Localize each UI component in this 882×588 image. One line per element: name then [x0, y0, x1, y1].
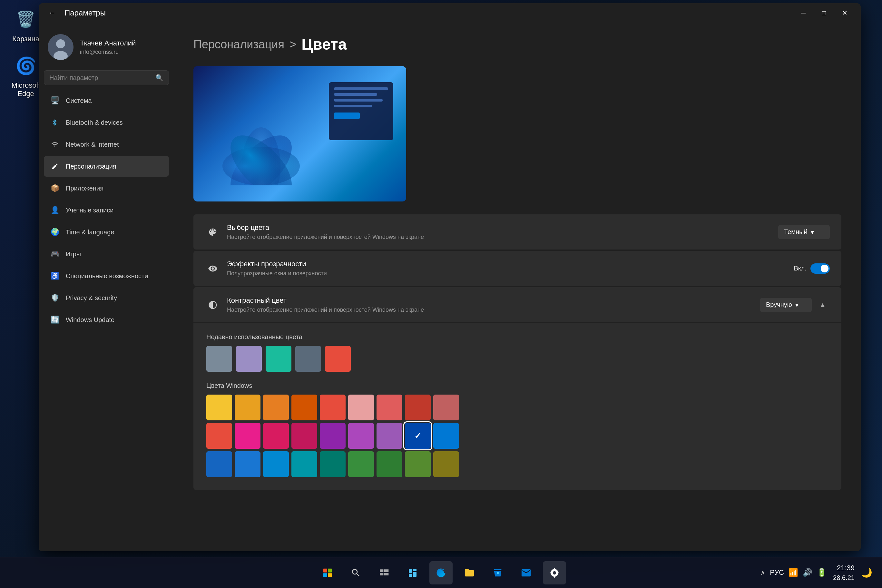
recent-swatch-1[interactable]: [236, 346, 262, 372]
color-cell-red[interactable]: [405, 394, 430, 420]
apps-icon: 📦: [50, 183, 60, 194]
page-header-separator: >: [290, 38, 296, 51]
recent-colors-label: Недавно использованные цвета: [206, 333, 828, 341]
window-controls: ─ □ ✕: [794, 6, 854, 20]
preview-line-2: [334, 93, 377, 96]
taskbar-clock[interactable]: 21:39 28.6.21: [833, 563, 855, 582]
contrast-expand-button[interactable]: ▲: [816, 298, 830, 312]
color-cell-darkred[interactable]: [433, 394, 459, 420]
transparency-control: Вкл.: [794, 263, 830, 274]
close-button[interactable]: ✕: [835, 6, 854, 20]
sidebar-item-system[interactable]: 🖥️ Система: [44, 90, 169, 111]
color-cell-darkgreen[interactable]: [376, 452, 402, 477]
taskbar-taskview-button[interactable]: [373, 561, 396, 585]
color-cell-teal[interactable]: [291, 452, 317, 477]
transparency-toggle[interactable]: [810, 263, 830, 274]
search-input[interactable]: [50, 74, 152, 81]
minimize-button[interactable]: ─: [794, 6, 813, 20]
taskbar-widgets-button[interactable]: [401, 561, 424, 585]
color-cell-yellow[interactable]: [206, 394, 232, 420]
recent-swatch-0[interactable]: [206, 346, 232, 372]
battery-icon[interactable]: 🔋: [817, 568, 826, 577]
color-cell-orchid[interactable]: [376, 423, 402, 449]
recycle-bin-label: Корзина: [12, 35, 39, 43]
color-cell-olive[interactable]: [433, 452, 459, 477]
color-cell-hotpink[interactable]: [235, 423, 261, 449]
color-cell-seafoam[interactable]: [320, 452, 346, 477]
color-cell-crimson[interactable]: [206, 423, 232, 449]
color-cell-blue[interactable]: [433, 423, 459, 449]
color-cell-berry[interactable]: [291, 423, 317, 449]
color-choice-title: Выбор цвета: [227, 224, 772, 232]
preview-wallpaper: [194, 66, 406, 201]
sidebar-item-gaming[interactable]: 🎮 Игры: [44, 244, 169, 264]
sidebar-item-gaming-label: Игры: [66, 250, 81, 258]
contrast-row: Контрастный цвет Настройте отображение п…: [194, 287, 842, 322]
search-box[interactable]: 🔍: [44, 70, 169, 85]
color-choice-dropdown[interactable]: Темный ▾: [778, 225, 830, 239]
edge-desktop-icon: 🌀: [13, 53, 39, 79]
personalization-icon: [50, 161, 60, 171]
notifications-icon[interactable]: 🌙: [861, 567, 872, 578]
systray-language[interactable]: РУС: [770, 568, 784, 577]
taskbar-start-button[interactable]: [316, 561, 339, 585]
color-cell-brick[interactable]: [320, 394, 346, 420]
maximize-button[interactable]: □: [814, 6, 834, 20]
svg-rect-15: [409, 569, 412, 573]
back-button[interactable]: ←: [45, 6, 59, 20]
color-cell-sky[interactable]: [263, 452, 289, 477]
color-cell-green[interactable]: [348, 452, 374, 477]
taskbar-explorer-button[interactable]: [458, 561, 481, 585]
recent-swatch-4[interactable]: [325, 346, 351, 372]
color-cell-purple[interactable]: [320, 423, 346, 449]
contrast-value: Вручную: [766, 301, 792, 309]
svg-rect-11: [323, 568, 327, 572]
sidebar-item-accessibility[interactable]: ♿ Специальные возможности: [44, 266, 169, 286]
color-cell-royalblue[interactable]: [206, 452, 232, 477]
recent-swatch-3[interactable]: [295, 346, 321, 372]
sidebar-item-windows-update[interactable]: 🔄 Windows Update: [44, 309, 169, 330]
system-icon: 🖥️: [50, 95, 60, 106]
svg-rect-14: [328, 573, 332, 577]
sidebar-item-personalization[interactable]: Персонализация: [44, 156, 169, 177]
taskbar-edge-button[interactable]: [429, 561, 453, 585]
sidebar-item-accounts[interactable]: 👤 Учетные записи: [44, 200, 169, 220]
taskbar-settings-button[interactable]: [543, 561, 566, 585]
color-cell-orange[interactable]: [263, 394, 289, 420]
sidebar-item-apps[interactable]: 📦 Приложения: [44, 178, 169, 199]
sidebar-item-time[interactable]: 🌍 Time & language: [44, 222, 169, 242]
taskbar-store-button[interactable]: [486, 561, 509, 585]
transparency-row: Эффекты прозрачности Полупрозрачные окна…: [194, 251, 842, 286]
taskbar-mail-button[interactable]: [514, 561, 538, 585]
svg-point-1: [56, 39, 65, 48]
color-cell-gold[interactable]: [235, 394, 261, 420]
color-cell-darkorange[interactable]: [291, 394, 317, 420]
wifi-icon[interactable]: 📶: [789, 568, 798, 577]
color-cell-moss[interactable]: [405, 452, 430, 477]
settings-section: Выбор цвета Настройте отображение прилож…: [194, 214, 842, 490]
taskbar-right: ∧ РУС 📶 🔊 🔋 21:39 28.6.21 🌙: [760, 563, 872, 582]
color-grid-row-2: [206, 423, 828, 449]
contrast-arrow: ▾: [795, 301, 798, 309]
color-cell-lightred[interactable]: [348, 394, 374, 420]
avatar: [48, 34, 74, 60]
systray-chevron[interactable]: ∧: [760, 568, 765, 576]
user-profile[interactable]: Ткачев Анатолий info@comss.ru: [44, 29, 169, 65]
color-cell-cornflower[interactable]: [235, 452, 261, 477]
clock-date: 28.6.21: [833, 573, 855, 582]
volume-icon[interactable]: 🔊: [803, 568, 812, 577]
color-cell-cobalt[interactable]: [405, 423, 430, 449]
sidebar-item-privacy[interactable]: 🛡️ Privacy & security: [44, 288, 169, 308]
sidebar-item-accessibility-label: Специальные возможности: [66, 272, 148, 280]
color-cell-deeppink[interactable]: [263, 423, 289, 449]
sidebar-item-bluetooth[interactable]: Bluetooth & devices: [44, 112, 169, 133]
recent-swatch-2[interactable]: [266, 346, 291, 372]
contrast-dropdown[interactable]: Вручную ▾: [760, 298, 812, 312]
color-cell-rose[interactable]: [376, 394, 402, 420]
taskbar-search-button[interactable]: [344, 561, 368, 585]
color-cell-violet[interactable]: [348, 423, 374, 449]
transparency-title: Эффекты прозрачности: [227, 260, 787, 268]
preview-line-4: [334, 105, 372, 107]
sidebar-item-network[interactable]: Network & internet: [44, 134, 169, 155]
accessibility-icon: ♿: [50, 271, 60, 281]
